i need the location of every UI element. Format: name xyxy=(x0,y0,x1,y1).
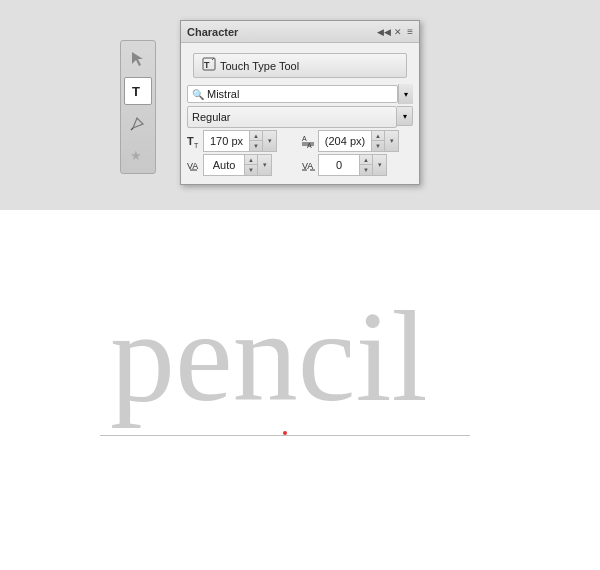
font-size-spinner[interactable]: ▲ ▼ xyxy=(203,130,263,152)
leading-unit-arrow[interactable]: ▾ xyxy=(385,130,399,152)
kerning-field: VA ▲ ▼ ▾ xyxy=(187,154,298,176)
kerning-up[interactable]: ▲ xyxy=(245,155,257,165)
selection-tool-icon[interactable] xyxy=(124,45,152,73)
panel-content: T Touch Type Tool 🔍 ▾ Regular Bold I xyxy=(181,43,419,184)
font-size-input[interactable] xyxy=(204,135,249,147)
svg-text:T: T xyxy=(132,84,140,99)
tracking-field: VA ▲ ▼ ▾ xyxy=(302,154,413,176)
svg-text:A: A xyxy=(302,135,307,142)
star-tool-icon[interactable]: ★ xyxy=(124,141,152,169)
font-size-icon: T T xyxy=(187,130,203,152)
leading-down[interactable]: ▼ xyxy=(372,141,384,151)
panel-collapse-button[interactable]: ◀◀ xyxy=(379,27,389,37)
font-family-input[interactable] xyxy=(207,88,393,100)
kerning-input[interactable] xyxy=(204,159,244,171)
baseline-dot xyxy=(283,431,287,435)
font-style-arrow[interactable]: ▾ xyxy=(397,106,413,126)
svg-text:A: A xyxy=(307,142,312,149)
leading-icon: A A xyxy=(302,130,318,152)
kerning-down[interactable]: ▼ xyxy=(245,165,257,175)
left-toolbar: T ★ xyxy=(120,40,156,174)
panel-titlebar: Character ◀◀ ✕ ≡ xyxy=(181,21,419,43)
panel-menu-button[interactable]: ≡ xyxy=(407,26,413,37)
baseline-line xyxy=(100,435,470,436)
leading-up[interactable]: ▲ xyxy=(372,131,384,141)
font-search-icon: 🔍 xyxy=(192,89,204,100)
pencil-canvas-text: pencil xyxy=(110,284,428,428)
panel-controls: ◀◀ ✕ ≡ xyxy=(379,26,413,37)
touch-type-label: Touch Type Tool xyxy=(220,60,299,72)
type-tool-icon[interactable]: T xyxy=(124,77,152,105)
tracking-icon: VA xyxy=(302,154,318,176)
tracking-down[interactable]: ▼ xyxy=(360,165,372,175)
font-family-dropdown[interactable]: 🔍 xyxy=(187,85,398,103)
tracking-arrows: ▲ ▼ xyxy=(359,155,372,175)
touch-type-tool-icon: T xyxy=(202,57,216,74)
panel-close-button[interactable]: ✕ xyxy=(393,27,403,37)
kerning-spinner[interactable]: ▲ ▼ xyxy=(203,154,258,176)
svg-line-1 xyxy=(131,128,133,130)
leading-field: A A ▲ ▼ ▾ xyxy=(302,130,413,152)
font-size-unit-arrow[interactable]: ▾ xyxy=(263,130,277,152)
font-size-arrows: ▲ ▼ xyxy=(249,131,262,151)
font-family-arrow[interactable]: ▾ xyxy=(398,84,413,104)
tracking-spinner[interactable]: ▲ ▼ xyxy=(318,154,373,176)
font-style-select[interactable]: Regular Bold Italic xyxy=(187,106,397,128)
font-family-row: 🔍 ▾ xyxy=(187,84,413,104)
pencil-text-container: pencil xyxy=(100,260,500,440)
tracking-up[interactable]: ▲ xyxy=(360,155,372,165)
kerning-tracking-row: VA ▲ ▼ ▾ VA xyxy=(187,154,413,176)
pen-tool-icon[interactable] xyxy=(124,109,152,137)
svg-text:T: T xyxy=(204,60,210,70)
size-leading-row: T T ▲ ▼ ▾ A xyxy=(187,130,413,152)
leading-arrows: ▲ ▼ xyxy=(371,131,384,151)
svg-text:T: T xyxy=(187,135,194,147)
svg-text:T: T xyxy=(194,142,199,149)
kerning-icon: VA xyxy=(187,154,203,176)
leading-input[interactable] xyxy=(319,135,371,147)
tracking-unit-arrow[interactable]: ▾ xyxy=(373,154,387,176)
touch-type-button[interactable]: T Touch Type Tool xyxy=(193,53,407,78)
panel-title: Character xyxy=(187,26,238,38)
kerning-unit-arrow[interactable]: ▾ xyxy=(258,154,272,176)
character-panel: Character ◀◀ ✕ ≡ T Touch Type Tool xyxy=(180,20,420,185)
font-size-up[interactable]: ▲ xyxy=(250,131,262,141)
leading-spinner[interactable]: ▲ ▼ xyxy=(318,130,385,152)
font-size-down[interactable]: ▼ xyxy=(250,141,262,151)
font-style-row: Regular Bold Italic ▾ xyxy=(187,106,413,128)
tracking-input[interactable] xyxy=(319,159,359,171)
svg-text:★: ★ xyxy=(130,148,142,163)
font-size-field: T T ▲ ▼ ▾ xyxy=(187,130,298,152)
kerning-arrows: ▲ ▼ xyxy=(244,155,257,175)
